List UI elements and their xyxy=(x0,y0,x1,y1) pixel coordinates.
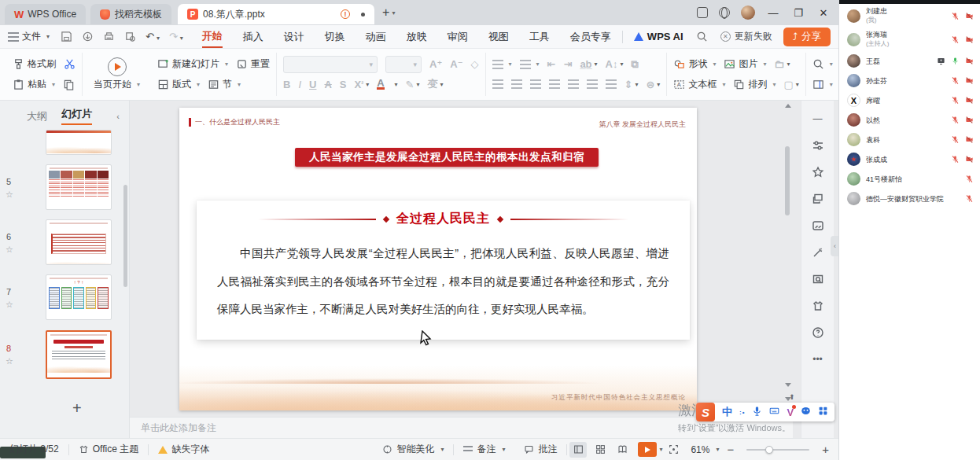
comments-button[interactable]: 批注 xyxy=(514,443,566,456)
tab-document-active[interactable]: P 08.第八章.pptx ! xyxy=(178,4,374,24)
menu-view[interactable]: 视图 xyxy=(488,27,509,47)
slide-content-card[interactable]: 全过程人民民主 中国共产党领导人民发展“全过程人民民主”，把体现人民利益、反映人… xyxy=(197,201,690,340)
menu-home[interactable]: 开始 xyxy=(202,26,223,48)
align-center-icon[interactable] xyxy=(511,79,522,89)
menu-animation[interactable]: 动画 xyxy=(366,27,386,47)
participant-row[interactable]: 张成成 xyxy=(839,149,980,169)
bold-button[interactable]: B xyxy=(283,79,290,90)
line-spacing-up-icon[interactable] xyxy=(587,79,598,89)
missing-font-warning[interactable]: 缺失字体 xyxy=(149,443,219,456)
star-icon[interactable]: ☆ xyxy=(6,300,13,310)
decrease-font-button[interactable]: A⁻ xyxy=(450,58,462,70)
restore-button[interactable]: ❐ xyxy=(791,7,805,19)
beautify-wand-icon[interactable] xyxy=(811,245,824,259)
paste-button[interactable]: 粘贴▾ xyxy=(13,78,55,91)
play-options-caret[interactable]: ▾ xyxy=(659,446,662,453)
undo-button[interactable]: ↶▾ xyxy=(146,31,160,42)
participant-row[interactable]: 袁科 xyxy=(839,130,980,149)
tab-wps-office[interactable]: W WPS Office xyxy=(5,4,86,24)
pane-layout-button[interactable]: ▾ xyxy=(812,79,833,90)
zoom-slider-knob[interactable] xyxy=(765,446,773,454)
properties-icon[interactable] xyxy=(811,138,824,152)
prev-slide-icon[interactable] xyxy=(785,383,791,387)
tab-outline[interactable]: 大纲 xyxy=(27,109,47,123)
zoom-out-button[interactable]: − xyxy=(722,443,739,456)
reader-search-icon[interactable] xyxy=(811,272,824,285)
normal-view-button[interactable] xyxy=(569,442,587,458)
arrange-button[interactable]: 排列▾ xyxy=(733,78,776,91)
align-right-icon[interactable] xyxy=(530,79,541,89)
align-text-button[interactable]: ⊜▾ xyxy=(646,79,660,90)
participant-row[interactable]: 以然 xyxy=(839,110,980,130)
font-family-select[interactable]: ▾ xyxy=(283,56,378,73)
slideshow-play-button[interactable] xyxy=(638,442,657,457)
justify-icon[interactable] xyxy=(549,79,560,89)
shadow-button[interactable]: S xyxy=(340,79,347,90)
participant-row[interactable]: 41号楼新怡 xyxy=(839,169,980,189)
menu-insert[interactable]: 插入 xyxy=(243,27,263,47)
new-slide-button[interactable]: 新建幻灯片▾ xyxy=(157,57,228,71)
notes-area[interactable]: 单击此处添加备注 xyxy=(130,417,793,438)
skin-theme-icon[interactable] xyxy=(811,299,824,312)
text-effects-button[interactable]: 变▾ xyxy=(428,77,444,91)
underline-button[interactable]: U xyxy=(309,79,316,90)
highlight-button[interactable]: ✎▾ xyxy=(406,79,420,90)
slide-banner-title[interactable]: 人民当家作主是发展全过程人民民主的根本出发点和归宿 xyxy=(295,148,599,167)
menu-review[interactable]: 审阅 xyxy=(448,27,468,47)
superscript-button[interactable]: X²▾ xyxy=(355,79,370,90)
from-current-slide-button[interactable]: 当页开始▾ xyxy=(94,78,140,91)
reading-view-button[interactable] xyxy=(613,442,631,458)
menu-tools[interactable]: 工具 xyxy=(529,27,550,47)
shapes-button[interactable]: 形状▾ xyxy=(673,57,716,71)
menu-design[interactable]: 设计 xyxy=(284,27,304,47)
more-icon[interactable]: ••• xyxy=(811,352,824,366)
slide-thumbnail-5[interactable] xyxy=(46,164,112,210)
find-button[interactable]: ▾ xyxy=(812,58,833,70)
theme-status[interactable]: Office 主题 xyxy=(69,443,148,456)
user-avatar[interactable] xyxy=(741,6,755,20)
sogou-logo-icon[interactable]: S xyxy=(696,403,715,421)
slide-sorter-view-button[interactable] xyxy=(591,442,609,458)
notes-button[interactable]: 备注▾ xyxy=(454,443,514,456)
menu-member[interactable]: 会员专享 xyxy=(570,27,611,47)
redo-button[interactable]: ↷▾ xyxy=(169,31,183,42)
effects-button[interactable]: ▢▾ xyxy=(783,79,798,90)
convert-smartart-button[interactable]: ⧉ xyxy=(631,58,638,71)
scrollbar-thumb[interactable] xyxy=(785,146,790,215)
distribute-icon[interactable] xyxy=(568,79,579,89)
ime-keyboard-icon[interactable] xyxy=(769,406,779,418)
output-icon[interactable] xyxy=(82,31,94,42)
bullets-button[interactable]: ▾ xyxy=(492,60,512,69)
save-icon[interactable] xyxy=(61,31,72,42)
slide-8[interactable]: 一、什么是全过程人民民主 第八章 发展全过程人民民主 人民当家作主是发展全过程人… xyxy=(179,108,697,410)
ime-toolbox-icon[interactable] xyxy=(818,406,828,418)
smart-beautify-button[interactable]: 智能美化▾ xyxy=(373,443,453,456)
star-icon[interactable]: ☆ xyxy=(6,190,13,200)
menu-transition[interactable]: 切换 xyxy=(325,27,345,47)
star-icon[interactable]: ☆ xyxy=(6,245,13,255)
participant-row[interactable]: 德悦—安徽财贸职业学院 xyxy=(839,189,980,208)
increase-font-button[interactable]: A⁺ xyxy=(429,58,442,70)
print-preview-icon[interactable] xyxy=(124,31,136,42)
assets-icon[interactable] xyxy=(811,219,824,232)
textbox-button[interactable]: A 文本框▾ xyxy=(673,78,725,91)
zoom-level[interactable]: 61%▾ xyxy=(684,444,722,455)
picture-button[interactable]: 图片▾ xyxy=(724,57,766,71)
tab-docer-templates[interactable]: 找稻壳模板 xyxy=(90,4,171,24)
slide-thumbnail-partial[interactable] xyxy=(46,130,112,155)
zoom-in-button[interactable]: + xyxy=(817,443,834,456)
text-direction-button[interactable]: A↕▾ xyxy=(606,58,624,70)
share-button[interactable]: ⤴ 分享 xyxy=(783,28,831,46)
italic-button[interactable]: I xyxy=(298,79,301,90)
window-switch-icon[interactable] xyxy=(697,7,708,18)
increase-indent-button[interactable]: ⇥ xyxy=(563,58,572,70)
star-icon[interactable]: ☆ xyxy=(6,356,13,366)
font-color-button[interactable]: A xyxy=(377,79,384,90)
panel-scrollbar[interactable] xyxy=(123,185,127,287)
wps-ai-button[interactable]: WPS AI xyxy=(634,31,683,42)
section-button[interactable]: 节▾ xyxy=(208,78,241,91)
slide-thumbnail-7[interactable]: ↑ ? ↑ xyxy=(46,274,112,320)
tab-slides[interactable]: 幻灯片 xyxy=(61,107,92,125)
panel-collapse-button[interactable]: ‹ xyxy=(116,112,120,121)
reset-button[interactable]: 重置 xyxy=(236,57,270,71)
